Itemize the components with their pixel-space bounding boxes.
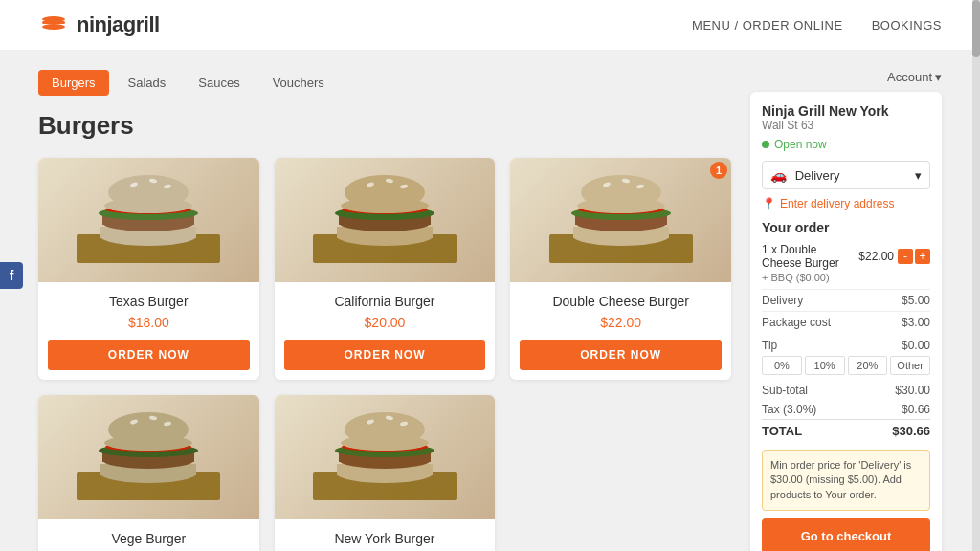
account-button[interactable]: Account ▾ (887, 70, 942, 84)
tip-0-button[interactable]: 0% (762, 356, 802, 375)
product-price: $20.00 (284, 315, 486, 330)
product-price: $18.00 (48, 315, 250, 330)
order-now-button[interactable]: ORDER NOW (284, 340, 486, 370)
product-grid: Texas Burger$18.00ORDER NOW (38, 158, 731, 551)
product-card-4: Vege Burger$16.00ORDER NOW (38, 395, 259, 551)
order-panel: Account ▾ Ninja Grill New York Wall St 6… (750, 70, 942, 551)
svg-point-35 (581, 175, 661, 209)
product-image-2 (275, 158, 496, 282)
product-card-1: Texas Burger$18.00ORDER NOW (38, 158, 259, 380)
content-area: BurgersSaladsSaucesVouchers Burgers (38, 70, 731, 551)
tip-10-button[interactable]: 10% (805, 356, 845, 375)
tab-vouchers[interactable]: Vouchers (259, 70, 338, 96)
restaurant-address: Wall St 63 (762, 119, 930, 132)
product-price: $22.00 (520, 315, 722, 330)
product-image-3: 1 (510, 158, 731, 282)
product-name: Double Cheese Burger (520, 294, 722, 309)
order-item-addon: + BBQ ($0.00) (762, 272, 930, 283)
scrollbar-thumb[interactable] (972, 0, 980, 57)
order-now-button[interactable]: ORDER NOW (48, 340, 250, 370)
tip-20-button[interactable]: 20% (848, 356, 888, 375)
order-item-qty-name: 1 x Double Cheese Burger (762, 243, 858, 270)
order-item-row: 1 x Double Cheese Burger $22.00 - + (762, 243, 930, 270)
header: ninjagrill MENU / ORDER ONLINE BOOKINGS (0, 0, 980, 51)
order-now-button[interactable]: ORDER NOW (520, 340, 722, 370)
svg-point-2 (42, 24, 65, 30)
product-badge: 1 (710, 162, 727, 179)
restaurant-card: Ninja Grill New York Wall St 63 Open now… (750, 92, 942, 551)
package-cost-row: Package cost $3.00 (762, 311, 930, 333)
logo[interactable]: ninjagrill (38, 10, 160, 40)
facebook-icon: f (10, 268, 14, 283)
product-name: Vege Burger (48, 531, 250, 546)
qty-increase-button[interactable]: + (915, 249, 930, 264)
account-row: Account ▾ (750, 70, 942, 84)
subtotal-row: Sub-total $30.00 (762, 381, 930, 400)
svg-point-11 (108, 175, 189, 209)
your-order-title: Your order (762, 220, 930, 235)
delivery-cost-row: Delivery $5.00 (762, 289, 930, 311)
page-title: Burgers (38, 111, 731, 141)
svg-point-47 (108, 412, 189, 447)
tip-other-button[interactable]: Other (890, 356, 930, 375)
open-status: Open now (762, 138, 930, 151)
product-name: California Burger (284, 294, 486, 309)
product-info-4: Vege Burger$16.00ORDER NOW (38, 519, 259, 551)
facebook-sidebar[interactable]: f (0, 262, 23, 289)
tab-sauces[interactable]: Sauces (185, 70, 253, 96)
green-dot-icon (762, 141, 769, 148)
nav-bookings[interactable]: BOOKINGS (872, 18, 942, 33)
product-image-5 (275, 395, 496, 519)
tip-section: Tip $0.00 0% 10% 20% Other (762, 339, 930, 375)
product-info-5: New York Burger$18.00ORDER NOW (275, 519, 496, 551)
delivery-car-icon: 🚗 (770, 167, 787, 183)
svg-point-59 (345, 412, 425, 447)
product-card-5: New York Burger$18.00ORDER NOW (275, 395, 496, 551)
tip-buttons: 0% 10% 20% Other (762, 356, 930, 375)
nav: MENU / ORDER ONLINE BOOKINGS (692, 18, 942, 33)
totals-section: Sub-total $30.00 Tax (3.0%) $0.66 TOTAL … (762, 381, 930, 442)
svg-rect-1 (42, 21, 65, 24)
product-card-2: California Burger$20.00ORDER NOW (275, 158, 496, 380)
tab-burgers[interactable]: Burgers (38, 70, 109, 96)
product-name: New York Burger (284, 531, 486, 546)
delivery-address-link[interactable]: 📍 Enter delivery address (762, 197, 930, 210)
svg-point-23 (345, 175, 425, 209)
restaurant-name: Ninja Grill New York (762, 103, 930, 119)
delivery-selector[interactable]: 🚗 Delivery ▾ (762, 161, 930, 189)
product-info-3: Double Cheese Burger$22.00ORDER NOW (510, 282, 731, 380)
product-info-2: California Burger$20.00ORDER NOW (275, 282, 496, 380)
tip-label-row: Tip $0.00 (762, 339, 930, 352)
tab-salads[interactable]: Salads (115, 70, 180, 96)
checkout-button[interactable]: Go to checkout (762, 518, 930, 551)
product-card-3: 1Double Cheese Burger$22.00ORDER NOW (510, 158, 731, 380)
main-container: BurgersSaladsSaucesVouchers Burgers (0, 51, 980, 551)
logo-text: ninjagrill (77, 12, 160, 37)
dropdown-arrow-icon: ▾ (915, 168, 922, 183)
tax-row: Tax (3.0%) $0.66 (762, 400, 930, 419)
product-image-1 (38, 158, 259, 282)
pin-icon: 📍 (762, 197, 776, 210)
product-info-1: Texas Burger$18.00ORDER NOW (38, 282, 259, 380)
scrollbar-track[interactable] (972, 0, 980, 551)
product-image-4 (38, 395, 259, 519)
nav-menu[interactable]: MENU / ORDER ONLINE (692, 18, 843, 33)
total-row: TOTAL $30.66 (762, 419, 930, 442)
product-name: Texas Burger (48, 294, 250, 309)
min-order-notice: Min order price for 'Delivery' is $30.00… (762, 450, 930, 511)
logo-icon (38, 10, 69, 40)
qty-decrease-button[interactable]: - (898, 249, 913, 264)
category-tabs: BurgersSaladsSaucesVouchers (38, 70, 731, 96)
